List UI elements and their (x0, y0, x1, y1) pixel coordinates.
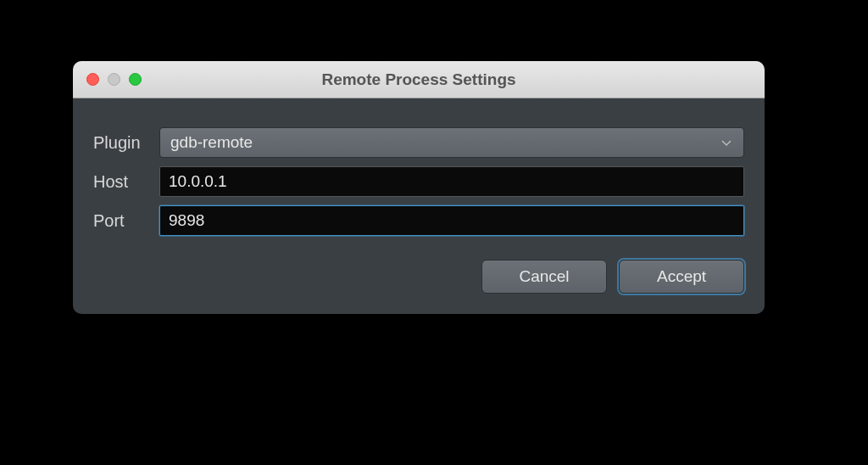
plugin-dropdown-value: gdb-remote (170, 133, 253, 152)
chevron-down-icon (721, 135, 732, 150)
window-controls (73, 73, 142, 86)
titlebar[interactable]: Remote Process Settings (73, 61, 765, 98)
dialog-title: Remote Process Settings (73, 70, 765, 89)
accept-button[interactable]: Accept (619, 260, 744, 294)
port-label: Port (93, 211, 159, 231)
host-label: Host (93, 172, 159, 192)
cancel-button[interactable]: Cancel (481, 260, 607, 294)
remote-process-settings-dialog: Remote Process Settings Plugin gdb-remot… (73, 61, 765, 314)
close-window-button[interactable] (86, 73, 99, 86)
port-row: Port (93, 205, 744, 236)
host-row: Host (93, 166, 744, 197)
plugin-dropdown[interactable]: gdb-remote (159, 127, 744, 158)
maximize-window-button[interactable] (129, 73, 142, 86)
button-row: Cancel Accept (93, 260, 744, 294)
port-input[interactable] (159, 205, 744, 236)
dialog-content: Plugin gdb-remote Host Port Cancel Accep… (73, 98, 765, 314)
minimize-window-button[interactable] (108, 73, 120, 86)
plugin-label: Plugin (93, 133, 159, 153)
plugin-row: Plugin gdb-remote (93, 127, 744, 158)
host-input[interactable] (159, 166, 744, 197)
